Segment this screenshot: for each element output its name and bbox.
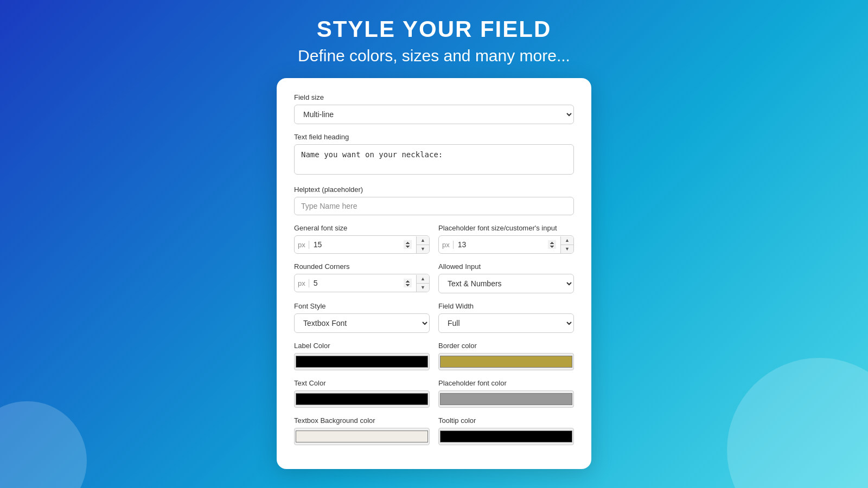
field-size-group: Field size Single-line Multi-line Multi-… <box>294 93 574 124</box>
textbox-bg-color-label: Textbox Background color <box>294 416 430 425</box>
field-size-select[interactable]: Single-line Multi-line Multi-line large <box>294 105 574 124</box>
rounded-corners-up[interactable]: ▲ <box>417 275 429 284</box>
placeholder-font-size-input[interactable] <box>454 236 560 253</box>
tooltip-color-group: Tooltip color <box>438 416 574 445</box>
allowed-input-select[interactable]: Text & Numbers Text Only Numbers Only <box>438 274 574 293</box>
general-font-size-spinner: px ▲ ▼ <box>294 235 430 254</box>
border-color-group: Border color <box>438 342 574 370</box>
rounded-corners-label: Rounded Corners <box>294 262 430 271</box>
field-size-label: Field size <box>294 93 574 101</box>
placeholder-font-color-label: Placeholder font color <box>438 379 574 387</box>
general-font-up[interactable]: ▲ <box>417 236 429 245</box>
field-width-label: Field Width <box>438 302 574 310</box>
label-color-label: Label Color <box>294 342 430 350</box>
text-field-heading-input[interactable] <box>294 144 574 175</box>
style-card: Field size Single-line Multi-line Multi-… <box>277 78 591 469</box>
rounded-corners-input[interactable] <box>309 274 416 292</box>
general-font-down[interactable]: ▼ <box>417 245 429 253</box>
placeholder-font-down[interactable]: ▼ <box>561 245 573 253</box>
text-field-heading-group: Text field heading <box>294 133 574 177</box>
text-field-heading-label: Text field heading <box>294 133 574 141</box>
helptext-group: Helptext (placeholder) <box>294 185 574 215</box>
placeholder-font-size-label: Placeholder font size/customer's input <box>438 224 574 232</box>
decorative-circle-right <box>727 358 868 488</box>
helptext-input[interactable] <box>294 197 574 215</box>
decorative-circle-left <box>0 401 87 488</box>
general-font-size-input[interactable] <box>309 236 416 253</box>
allowed-input-group: Allowed Input Text & Numbers Text Only N… <box>438 262 574 293</box>
tooltip-color-swatch[interactable] <box>438 428 574 445</box>
rounded-corners-unit: px <box>295 279 309 287</box>
allowed-input-label: Allowed Input <box>438 262 574 271</box>
text-color-swatch[interactable] <box>294 390 430 408</box>
field-width-select[interactable]: Full Half Auto <box>438 313 574 333</box>
placeholder-font-color-group: Placeholder font color <box>438 379 574 408</box>
page-title: STYLE YOUR FIELD <box>317 16 552 42</box>
placeholder-font-color-swatch[interactable] <box>438 390 574 408</box>
rounded-corners-group: Rounded Corners px ▲ ▼ <box>294 262 430 293</box>
rounded-corners-down[interactable]: ▼ <box>417 284 429 292</box>
border-color-swatch[interactable] <box>438 353 574 370</box>
border-color-label: Border color <box>438 342 574 350</box>
label-color-swatch[interactable] <box>294 353 430 370</box>
helptext-label: Helptext (placeholder) <box>294 185 574 194</box>
page-subtitle: Define colors, sizes and many more... <box>298 47 570 65</box>
label-border-color-row: Label Color Border color <box>294 342 574 379</box>
field-width-group: Field Width Full Half Auto <box>438 302 574 333</box>
corners-allowed-row: Rounded Corners px ▲ ▼ Allowed Input Tex… <box>294 262 574 302</box>
textbox-bg-color-swatch[interactable] <box>294 428 430 445</box>
rounded-corners-spinner: px ▲ ▼ <box>294 274 430 292</box>
general-font-arrows: ▲ ▼ <box>416 236 429 253</box>
general-font-unit: px <box>295 241 309 249</box>
bg-tooltip-color-row: Textbox Background color Tooltip color <box>294 416 574 454</box>
tooltip-color-label: Tooltip color <box>438 416 574 425</box>
font-style-group: Font Style Textbox Font Arial Georgia Ti… <box>294 302 430 333</box>
font-style-label: Font Style <box>294 302 430 310</box>
font-style-width-row: Font Style Textbox Font Arial Georgia Ti… <box>294 302 574 342</box>
font-style-select[interactable]: Textbox Font Arial Georgia Times New Rom… <box>294 313 430 333</box>
placeholder-font-up[interactable]: ▲ <box>561 236 573 245</box>
text-placeholder-color-row: Text Color Placeholder font color <box>294 379 574 416</box>
placeholder-font-arrows: ▲ ▼ <box>560 236 573 253</box>
rounded-corners-arrows: ▲ ▼ <box>416 275 429 292</box>
label-color-group: Label Color <box>294 342 430 370</box>
placeholder-font-size-group: Placeholder font size/customer's input p… <box>438 224 574 254</box>
placeholder-font-unit: px <box>439 241 454 249</box>
textbox-bg-color-group: Textbox Background color <box>294 416 430 445</box>
placeholder-font-size-spinner: px ▲ ▼ <box>438 235 574 254</box>
text-color-group: Text Color <box>294 379 430 408</box>
font-size-row: General font size px ▲ ▼ Placeholder fon… <box>294 224 574 262</box>
text-color-label: Text Color <box>294 379 430 387</box>
general-font-size-group: General font size px ▲ ▼ <box>294 224 430 254</box>
general-font-size-label: General font size <box>294 224 430 232</box>
